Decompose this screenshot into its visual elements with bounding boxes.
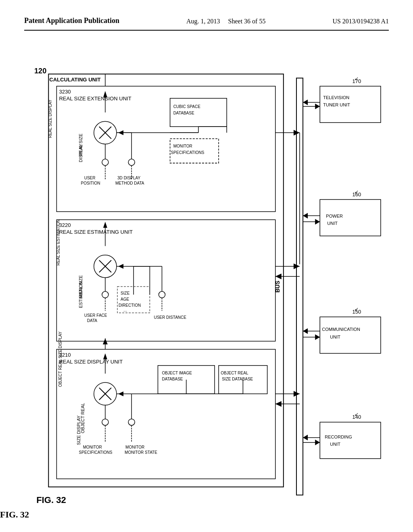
svg-marker-118 xyxy=(303,100,308,105)
svg-marker-72 xyxy=(103,91,107,97)
page-header: Patent Application Publication Aug. 1, 2… xyxy=(24,16,389,31)
svg-point-76 xyxy=(102,159,108,165)
svg-point-46 xyxy=(102,291,108,298)
svg-text:CALCULATING UNIT: CALCULATING UNIT xyxy=(49,76,100,82)
svg-text:↙: ↙ xyxy=(355,411,359,417)
publication-title: Patent Application Publication xyxy=(24,16,119,25)
svg-marker-129 xyxy=(315,219,320,224)
svg-text:UNIT: UNIT xyxy=(330,441,340,446)
svg-marker-60 xyxy=(118,264,123,268)
svg-marker-136 xyxy=(303,328,308,334)
svg-text:MONITOR: MONITOR xyxy=(173,144,192,148)
svg-text:MONITOR STATE: MONITOR STATE xyxy=(125,450,157,454)
svg-rect-3 xyxy=(56,349,275,478)
svg-point-56 xyxy=(159,291,165,298)
date-sheet: Aug. 1, 2013 Sheet 36 of 55 xyxy=(186,16,265,27)
svg-text:POWER: POWER xyxy=(326,214,343,218)
svg-text:REAL SIZE ESTIMATING UNIT: REAL SIZE ESTIMATING UNIT xyxy=(59,229,133,235)
svg-text:MONITOR: MONITOR xyxy=(125,445,144,449)
svg-marker-147 xyxy=(315,439,320,445)
svg-text:RECORDING: RECORDING xyxy=(325,434,352,439)
svg-text:USER: USER xyxy=(84,175,96,180)
svg-text:DISPLAY: DISPLAY xyxy=(78,143,83,162)
svg-text:...: ... xyxy=(123,308,127,312)
svg-text:3220: 3220 xyxy=(59,222,71,228)
svg-text:MONITOR: MONITOR xyxy=(83,445,102,449)
svg-text:SPECIFICATIONS: SPECIFICATIONS xyxy=(171,150,204,154)
svg-text:REAL SIZE DISPLAY UNIT: REAL SIZE DISPLAY UNIT xyxy=(59,358,123,364)
svg-marker-32 xyxy=(118,391,123,396)
svg-text:OBJECT REAL SIZE DISPLAY: OBJECT REAL SIZE DISPLAY xyxy=(58,331,63,387)
svg-text:REAL SIZE EXTENSION UNIT: REAL SIZE EXTENSION UNIT xyxy=(59,96,131,102)
svg-text:DATA: DATA xyxy=(87,318,98,323)
svg-text:REAL SIZE DISPLAY: REAL SIZE DISPLAY xyxy=(48,99,52,138)
svg-text:SIZE: SIZE xyxy=(121,291,130,295)
svg-text:DATABASE: DATABASE xyxy=(162,377,183,381)
svg-text:↙: ↙ xyxy=(355,75,359,81)
sheet-number: Sheet 36 of 55 xyxy=(228,18,266,25)
svg-point-81 xyxy=(128,159,135,165)
svg-text:FIG. 32: FIG. 32 xyxy=(36,495,66,505)
publication-date: Aug. 1, 2013 xyxy=(186,18,220,25)
svg-marker-145 xyxy=(303,434,308,440)
svg-text:BUS: BUS xyxy=(274,281,281,293)
svg-text:OBJECT IMAGE: OBJECT IMAGE xyxy=(162,371,192,375)
svg-text:SIZE DISPLAY: SIZE DISPLAY xyxy=(76,415,81,445)
svg-text:CUBIC SPACE: CUBIC SPACE xyxy=(173,104,201,109)
svg-point-13 xyxy=(102,419,108,425)
svg-text:3D DISPLAY: 3D DISPLAY xyxy=(117,175,141,180)
svg-rect-130 xyxy=(320,317,381,353)
svg-text:3230: 3230 xyxy=(59,88,71,94)
svg-text:TUNER UNIT: TUNER UNIT xyxy=(323,102,350,107)
svg-text:SPECIFICATIONS: SPECIFICATIONS xyxy=(79,450,113,454)
svg-text:SIZE DATABASE: SIZE DATABASE xyxy=(222,377,253,381)
svg-text:↙: ↙ xyxy=(355,306,359,312)
svg-text:ESTIMATION: ESTIMATION xyxy=(78,281,83,308)
patent-diagram-svg: 120 CALCULATING UNIT 3210 REAL SIZE DISP… xyxy=(24,39,389,532)
svg-marker-109 xyxy=(275,401,282,407)
svg-marker-9 xyxy=(103,353,107,359)
svg-text:COMMUNICATION: COMMUNICATION xyxy=(322,327,360,332)
svg-text:USER DISTANCE: USER DISTANCE xyxy=(154,315,186,320)
svg-rect-139 xyxy=(320,422,381,458)
svg-text:UNIT: UNIT xyxy=(327,221,338,226)
svg-text:USER FACE: USER FACE xyxy=(84,313,107,318)
page: Patent Application Publication Aug. 1, 2… xyxy=(0,0,413,532)
patent-number: US 2013/0194238 A1 xyxy=(332,16,389,27)
figure-label: FIG. 32 xyxy=(0,509,29,520)
svg-text:REAL SIZE ESTIMATION: REAL SIZE ESTIMATION xyxy=(56,219,60,265)
svg-rect-66 xyxy=(56,86,275,211)
svg-text:DATABASE: DATABASE xyxy=(173,111,194,115)
svg-marker-127 xyxy=(303,213,308,218)
svg-text:UNIT: UNIT xyxy=(330,334,340,339)
diagram-area: 120 CALCULATING UNIT 3210 REAL SIZE DISP… xyxy=(24,39,389,532)
svg-text:AGE: AGE xyxy=(121,297,129,301)
svg-marker-42 xyxy=(103,222,107,228)
svg-text:POSITION: POSITION xyxy=(81,181,100,185)
svg-marker-105 xyxy=(275,273,282,279)
svg-text:TELEVISION: TELEVISION xyxy=(323,95,349,100)
svg-text:DIRECTION: DIRECTION xyxy=(119,303,141,308)
svg-marker-138 xyxy=(315,334,320,340)
svg-text:METHOD DATA: METHOD DATA xyxy=(115,181,144,185)
svg-text:OBJECT REAL: OBJECT REAL xyxy=(221,371,248,375)
svg-point-18 xyxy=(128,419,135,425)
svg-marker-120 xyxy=(315,104,320,109)
svg-text:↙: ↙ xyxy=(355,189,359,195)
svg-text:120: 120 xyxy=(34,66,46,75)
